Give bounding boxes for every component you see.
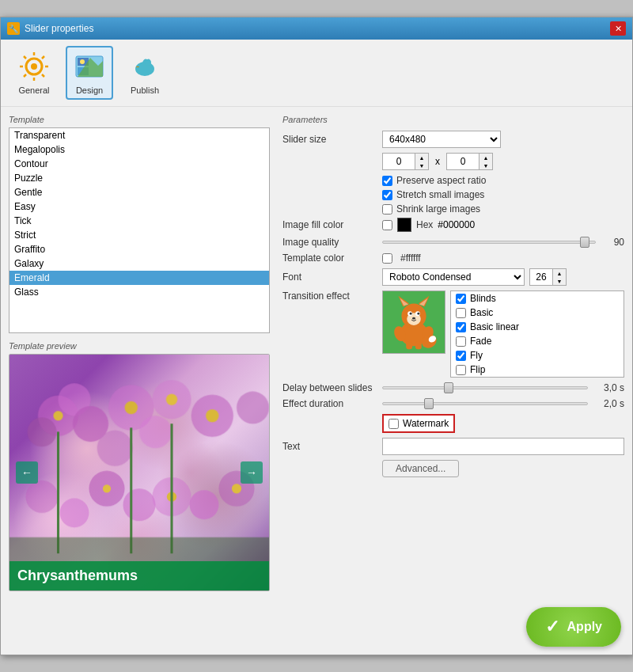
close-button[interactable]: ✕ — [610, 21, 626, 36]
svg-point-31 — [60, 499, 89, 528]
transition-item-blinds[interactable]: Blinds — [451, 291, 624, 306]
watermark-row: Watermark — [282, 414, 624, 433]
stretch-small-row: Stretch small images — [382, 189, 624, 200]
tab-publish[interactable]: Publish — [121, 46, 169, 100]
quality-value: 90 — [601, 237, 624, 248]
height-spinbox[interactable]: ▲ ▼ — [446, 153, 493, 170]
template-item[interactable]: Puzzle — [9, 171, 269, 185]
height-input[interactable] — [447, 154, 479, 169]
width-up[interactable]: ▲ — [415, 154, 428, 161]
font-select[interactable]: Roboto Condensed Arial Times New Roman V… — [382, 268, 525, 286]
apply-button[interactable]: ✓ Apply — [526, 607, 621, 647]
text-label: Text — [282, 441, 377, 452]
template-color-label: Template color — [282, 252, 377, 264]
svg-point-30 — [26, 480, 59, 513]
fly-checkbox[interactable] — [456, 351, 466, 361]
font-size-spinbox[interactable]: ▲ ▼ — [529, 268, 567, 286]
width-down[interactable]: ▼ — [415, 161, 428, 169]
text-row: Text — [282, 438, 624, 455]
slider-size-dropdown-wrap: 640x480 800x600 1024x768 Custom — [382, 131, 501, 148]
transition-item-basic[interactable]: Basic — [451, 306, 624, 320]
stretch-small-checkbox[interactable] — [382, 190, 392, 200]
watermark-control: Watermark — [382, 414, 455, 433]
slider-size-select[interactable]: 640x480 800x600 1024x768 Custom — [382, 131, 501, 148]
quality-slider[interactable] — [382, 241, 596, 244]
flip-checkbox[interactable] — [456, 365, 466, 375]
fill-color-enable[interactable] — [382, 220, 392, 230]
delay-thumb[interactable] — [444, 382, 453, 393]
tab-design[interactable]: Design — [66, 46, 113, 100]
template-item[interactable]: Strict — [9, 228, 269, 242]
svg-point-37 — [103, 484, 111, 492]
watermark-label: Watermark — [403, 418, 449, 429]
template-section-label: Template — [9, 115, 270, 124]
basic-linear-checkbox[interactable] — [456, 322, 466, 332]
height-down[interactable]: ▼ — [479, 161, 492, 169]
preview-image: ← → Chrysanthemums — [9, 355, 269, 590]
effect-value: 2,0 s — [593, 398, 624, 409]
effect-row: Effect duration 2,0 s — [282, 398, 624, 409]
width-spinbox[interactable]: ▲ ▼ — [382, 153, 429, 170]
svg-point-13 — [80, 59, 85, 64]
template-item[interactable]: Megalopolis — [9, 142, 269, 157]
width-input[interactable] — [383, 154, 415, 169]
delay-slider[interactable] — [382, 386, 588, 389]
fill-color-swatch[interactable] — [397, 218, 411, 232]
template-color-control: #ffffff — [382, 252, 421, 264]
template-item[interactable]: Contour — [9, 157, 269, 171]
template-item[interactable]: Graffito — [9, 242, 269, 256]
preserve-aspect-checkbox[interactable] — [382, 176, 392, 186]
advanced-button[interactable]: Advanced... — [382, 460, 459, 477]
svg-rect-61 — [415, 341, 422, 349]
template-item[interactable]: Transparent — [9, 128, 269, 142]
fill-color-label: Image fill color — [282, 219, 377, 230]
font-size-input[interactable] — [530, 271, 552, 283]
transition-control: Blinds Basic Basic linear Fade — [382, 290, 624, 378]
template-item[interactable]: Gentle — [9, 185, 269, 199]
basic-checkbox[interactable] — [456, 308, 466, 318]
transition-list[interactable]: Blinds Basic Basic linear Fade — [450, 290, 624, 378]
text-input[interactable] — [382, 438, 624, 455]
title-bar: 🔧 Slider properties ✕ — [1, 17, 632, 40]
delay-value: 3,0 s — [593, 382, 624, 393]
effect-thumb[interactable] — [424, 398, 434, 409]
template-item[interactable]: Galaxy — [9, 256, 269, 271]
effect-slider[interactable] — [382, 402, 588, 405]
transition-item-fly[interactable]: Fly — [451, 348, 624, 363]
apply-check-icon: ✓ — [545, 617, 559, 637]
svg-point-29 — [206, 409, 218, 422]
preview-nav-left[interactable]: ← — [16, 461, 38, 484]
tab-general[interactable]: General — [10, 46, 58, 100]
preview-box: ← → Chrysanthemums — [9, 354, 270, 591]
fill-hex-input[interactable] — [438, 219, 493, 230]
height-up[interactable]: ▲ — [479, 154, 492, 161]
height-spinbox-btns: ▲ ▼ — [479, 154, 492, 169]
transition-item-fade[interactable]: Fade — [451, 334, 624, 348]
template-item[interactable]: Tick — [9, 214, 269, 228]
transition-item-basiclinear[interactable]: Basic linear — [451, 320, 624, 334]
font-size-down[interactable]: ▼ — [553, 277, 566, 285]
slider-size-label: Slider size — [282, 134, 377, 145]
template-item[interactable]: Glass — [9, 285, 269, 299]
fade-checkbox[interactable] — [456, 336, 466, 347]
template-item-emerald[interactable]: Emerald — [9, 271, 269, 285]
width-spinbox-btns: ▲ ▼ — [415, 154, 428, 169]
transition-item-flip[interactable]: Flip — [451, 363, 624, 377]
delay-label: Delay between slides — [282, 382, 377, 393]
svg-point-24 — [139, 416, 172, 448]
svg-point-18 — [28, 417, 57, 446]
svg-point-54 — [417, 313, 419, 315]
svg-point-26 — [53, 411, 63, 420]
font-size-up[interactable]: ▲ — [553, 269, 566, 277]
blinds-checkbox[interactable] — [456, 294, 466, 304]
template-item[interactable]: Easy — [9, 199, 269, 214]
quality-label: Image quality — [282, 237, 377, 248]
template-list[interactable]: Transparent Megalopolis Contour Puzzle G… — [9, 127, 270, 333]
slider-size-row: Slider size 640x480 800x600 1024x768 Cus… — [282, 131, 624, 148]
watermark-checkbox[interactable] — [389, 419, 399, 429]
quality-thumb[interactable] — [580, 237, 589, 248]
preview-nav-right[interactable]: → — [241, 461, 263, 484]
toolbar: General Design — [1, 40, 632, 107]
shrink-large-checkbox[interactable] — [382, 204, 392, 215]
template-color-enable[interactable] — [382, 253, 392, 264]
